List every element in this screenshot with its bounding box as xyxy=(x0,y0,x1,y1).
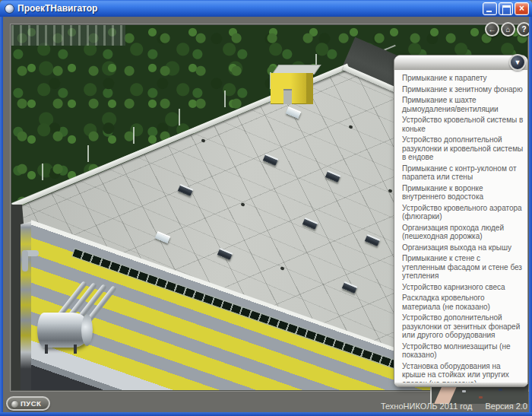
menu-item[interactable]: Устройство кровельного аэратора (флюгарк… xyxy=(402,204,524,221)
skylight xyxy=(155,231,170,243)
version-text: Версия 2.0 xyxy=(485,402,527,411)
window-border-right xyxy=(529,17,532,416)
start-button[interactable]: ПУСК xyxy=(6,396,50,411)
menu-item[interactable]: Примыкание к парапету xyxy=(402,74,524,83)
collapse-panel-button[interactable]: ▼ xyxy=(509,54,526,71)
menu-item[interactable]: Организация выхода на крышу xyxy=(402,243,524,252)
app-window: ПроекТНавигатор × ← xyxy=(0,0,532,416)
roof-nodes-panel: ▼ Примыкание к парапетуПримыкание к зени… xyxy=(394,55,528,387)
skylight xyxy=(178,184,193,196)
street-pole xyxy=(42,164,43,180)
skylight xyxy=(302,218,318,230)
street-pole xyxy=(224,91,226,107)
panel-footer-strip xyxy=(394,383,527,386)
footer-credits: ТехноНИКОЛЬ 2011 год Версия 2.0 xyxy=(381,402,527,411)
close-button[interactable]: × xyxy=(515,2,529,15)
skylight xyxy=(365,234,380,246)
menu-item[interactable]: Примыкание с контр-уклоном от парапета и… xyxy=(402,164,524,182)
menu-item[interactable]: Устройство карнизного свеса xyxy=(402,283,524,292)
wall-pipe-elbow-vertical xyxy=(22,250,28,272)
window-border-bottom xyxy=(0,412,532,416)
menu-item[interactable]: Устройство кровельной системы в коньке xyxy=(402,116,524,133)
app-icon xyxy=(5,4,14,14)
start-button-icon xyxy=(11,400,18,408)
roof-vent-dot xyxy=(240,202,245,207)
menu-item[interactable]: Примыкание к воронке внутреннего водосто… xyxy=(402,184,524,202)
roof-vent-dot xyxy=(348,125,353,129)
tank-leg xyxy=(74,345,77,354)
skylight xyxy=(342,281,357,294)
menu-item[interactable]: Установка оборудования на крыше на стойк… xyxy=(402,362,524,383)
background-building xyxy=(11,25,125,46)
menu-list: Примыкание к парапетуПримыкание к зенитн… xyxy=(394,70,527,383)
menu-item[interactable]: Раскладка кровельного материала (не пока… xyxy=(402,294,524,311)
chevron-down-icon: ▼ xyxy=(515,59,521,66)
street-pole xyxy=(87,145,89,162)
minimize-button[interactable] xyxy=(483,2,497,15)
back-icon[interactable]: ← xyxy=(485,22,499,37)
window-border-left xyxy=(0,17,3,416)
minimap-car xyxy=(462,390,466,392)
title-bar: ПроекТНавигатор × xyxy=(0,0,532,17)
nav-buttons: ← ⌂ ? xyxy=(485,22,531,37)
storage-tank-cap xyxy=(81,314,93,346)
roof-vent-dot xyxy=(201,138,205,143)
roof-vent-dot xyxy=(280,266,284,271)
menu-item[interactable]: Устройство дополнительной разуклонки от … xyxy=(402,313,524,340)
roof-access-door xyxy=(283,89,292,104)
street-pole xyxy=(179,109,180,125)
menu-item[interactable]: Устройство молниезащиты (не показано) xyxy=(402,342,524,360)
menu-item[interactable]: Устройство дополнительной разуклонки и к… xyxy=(402,135,524,162)
street-pole xyxy=(133,127,135,144)
window-title: ПроекТНавигатор xyxy=(17,3,481,14)
menu-item[interactable]: Организация прохода людей (пешеходная до… xyxy=(402,224,524,241)
minimap-car xyxy=(479,396,483,399)
menu-item[interactable]: Примыкание к шахте дымоудаления/вентиляц… xyxy=(402,96,524,113)
maximize-button[interactable] xyxy=(499,2,513,15)
menu-item[interactable]: Примыкание к зенитному фонарю xyxy=(402,85,524,94)
menu-item[interactable]: Примыкание к стене с утепленным фасадом … xyxy=(402,254,524,281)
skylight xyxy=(286,106,301,119)
skylight xyxy=(263,154,278,166)
tank-leg xyxy=(45,345,48,354)
panel-header xyxy=(394,56,527,70)
roof-access-box-side xyxy=(306,73,313,104)
minimap-car xyxy=(499,389,502,391)
home-icon[interactable]: ⌂ xyxy=(501,22,515,37)
brand-text: ТехноНИКОЛЬ 2011 год xyxy=(381,402,473,411)
skylight xyxy=(325,170,340,183)
roof-vent-dot xyxy=(388,189,392,193)
start-button-label: ПУСК xyxy=(21,399,41,408)
skylight xyxy=(217,248,233,260)
